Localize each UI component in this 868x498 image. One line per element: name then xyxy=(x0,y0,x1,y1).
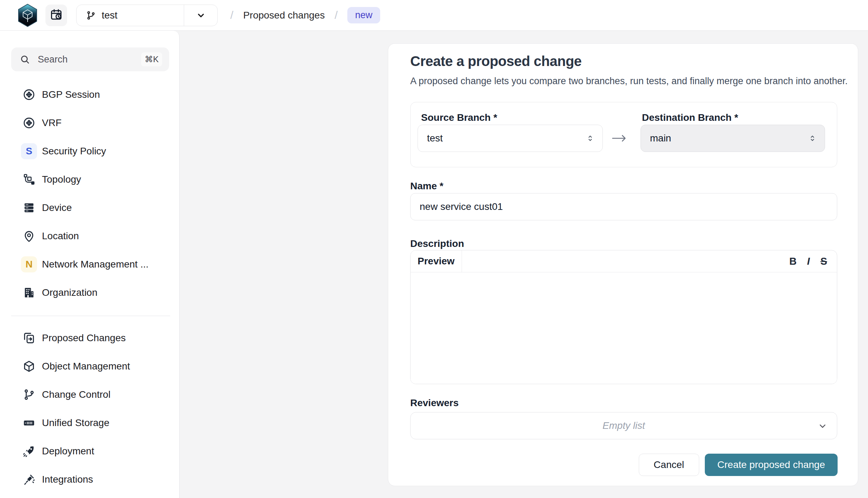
sidebar-item-device[interactable]: Device xyxy=(0,193,179,222)
sidebar-item-label: Device xyxy=(42,202,72,213)
chevron-down-icon xyxy=(196,10,206,21)
branch-name: test xyxy=(102,10,117,21)
map-pin-icon xyxy=(21,229,37,243)
breadcrumb-current-badge: new xyxy=(347,7,380,23)
letter-badge-icon: S xyxy=(21,143,37,159)
reviewers-select[interactable]: Empty list xyxy=(410,412,837,439)
page-subtitle: A proposed change lets you compare two b… xyxy=(410,76,848,87)
create-proposed-change-panel: Create a proposed change A proposed chan… xyxy=(388,43,858,486)
source-branch-value: test xyxy=(427,133,443,144)
top-bar: test / Proposed changes / new xyxy=(0,0,868,31)
schedule-button[interactable] xyxy=(45,5,67,26)
sidebar-item-label: Change Control xyxy=(42,389,110,400)
breadcrumb-separator: / xyxy=(334,9,338,22)
sidebar-item-network-management[interactable]: N Network Management ... xyxy=(0,250,179,278)
name-label: Name * xyxy=(410,181,443,192)
sidebar-item-deployment[interactable]: Deployment xyxy=(0,437,179,465)
create-proposed-change-button[interactable]: Create proposed change xyxy=(705,454,838,476)
sidebar-item-integrations[interactable]: Integrations xyxy=(0,465,179,493)
git-branch-icon xyxy=(86,10,96,21)
storage-icon xyxy=(21,416,37,430)
source-branch-label: Source Branch * xyxy=(421,112,497,123)
sidebar-item-topology[interactable]: Topology xyxy=(0,165,179,193)
search-icon xyxy=(20,54,30,65)
sidebar-item-organization[interactable]: Organization xyxy=(0,278,179,307)
topology-icon xyxy=(21,173,37,186)
sidebar-item-label: Unified Storage xyxy=(42,417,109,429)
sidebar-item-label: Proposed Changes xyxy=(42,332,126,344)
branch-selector-dropdown[interactable] xyxy=(184,5,217,26)
name-input[interactable] xyxy=(410,193,837,220)
app-window: test / Proposed changes / new Search ⌘K xyxy=(0,0,868,498)
sidebar-item-label: Organization xyxy=(42,287,97,298)
letter-badge-icon: N xyxy=(21,256,37,272)
sidebar-object-nav: BGP Session VRF S Security Policy xyxy=(0,80,179,307)
destination-branch-select[interactable]: main xyxy=(641,125,825,152)
route-circle-icon xyxy=(21,88,37,101)
sidebar-item-label: BGP Session xyxy=(42,89,100,100)
sidebar-divider xyxy=(11,316,170,316)
sidebar: Search ⌘K BGP Session xyxy=(0,31,180,498)
sidebar-item-label: Topology xyxy=(42,174,81,185)
sidebar-item-security-policy[interactable]: S Security Policy xyxy=(0,137,179,165)
description-label: Description xyxy=(410,238,464,249)
search-placeholder: Search xyxy=(38,54,141,65)
italic-icon[interactable]: I xyxy=(807,256,810,267)
sidebar-item-bgp-session[interactable]: BGP Session xyxy=(0,80,179,109)
chevron-down-icon xyxy=(817,421,828,431)
sidebar-item-unified-storage[interactable]: Unified Storage xyxy=(0,409,179,437)
route-circle-icon xyxy=(21,116,37,130)
bold-icon[interactable]: B xyxy=(789,256,797,267)
sidebar-item-label: Object Management xyxy=(42,361,130,372)
description-textarea[interactable] xyxy=(411,272,837,384)
rocket-icon xyxy=(21,445,37,458)
sidebar-item-object-management[interactable]: Object Management xyxy=(0,352,179,380)
plug-icon xyxy=(21,473,37,486)
sidebar-item-vrf[interactable]: VRF xyxy=(0,109,179,137)
building-icon xyxy=(21,286,37,299)
breadcrumb: / Proposed changes / new xyxy=(230,7,380,23)
branch-pair-box: Source Branch * test Destination Branch … xyxy=(410,102,837,167)
merge-direction-arrow-icon xyxy=(610,133,628,144)
git-branch-icon xyxy=(21,388,37,401)
infrahub-logo-icon[interactable] xyxy=(17,4,38,27)
reviewers-placeholder: Empty list xyxy=(602,420,645,431)
breadcrumb-item-proposed-changes[interactable]: Proposed changes xyxy=(243,10,325,21)
description-toolbar: Preview B I S xyxy=(411,250,837,272)
page-title: Create a proposed change xyxy=(410,53,581,69)
strikethrough-icon[interactable]: S xyxy=(820,256,827,267)
form-actions: Cancel Create proposed change xyxy=(639,454,838,476)
breadcrumb-separator: / xyxy=(230,9,233,22)
calendar-clock-icon xyxy=(50,8,63,22)
copy-diff-icon xyxy=(21,331,37,345)
sidebar-item-label: Deployment xyxy=(42,446,94,457)
server-icon xyxy=(21,201,37,214)
sidebar-item-label: Location xyxy=(42,230,79,242)
sidebar-item-location[interactable]: Location xyxy=(0,222,179,250)
description-editor: Preview B I S xyxy=(410,250,837,384)
updown-chevrons-icon xyxy=(586,134,595,143)
destination-branch-value: main xyxy=(650,133,671,144)
reviewers-label: Reviewers xyxy=(410,397,459,409)
sidebar-item-proposed-changes[interactable]: Proposed Changes xyxy=(0,324,179,352)
sidebar-app-nav: Proposed Changes Object Management xyxy=(0,324,179,493)
search-input[interactable]: Search ⌘K xyxy=(11,47,169,71)
cancel-button[interactable]: Cancel xyxy=(639,454,699,476)
branch-selector-value[interactable]: test xyxy=(77,5,184,26)
sidebar-item-change-control[interactable]: Change Control xyxy=(0,380,179,409)
sidebar-item-label: Network Management ... xyxy=(42,259,149,270)
branch-selector: test xyxy=(76,5,218,26)
source-branch-select[interactable]: test xyxy=(418,125,603,152)
cube-icon xyxy=(21,360,37,373)
sidebar-item-label: Integrations xyxy=(42,474,93,485)
sidebar-item-label: VRF xyxy=(42,117,62,129)
search-shortcut: ⌘K xyxy=(141,52,162,66)
updown-chevrons-icon xyxy=(808,134,817,143)
sidebar-item-label: Security Policy xyxy=(42,146,106,157)
tab-preview[interactable]: Preview xyxy=(411,250,462,272)
destination-branch-label: Destination Branch * xyxy=(642,112,738,123)
